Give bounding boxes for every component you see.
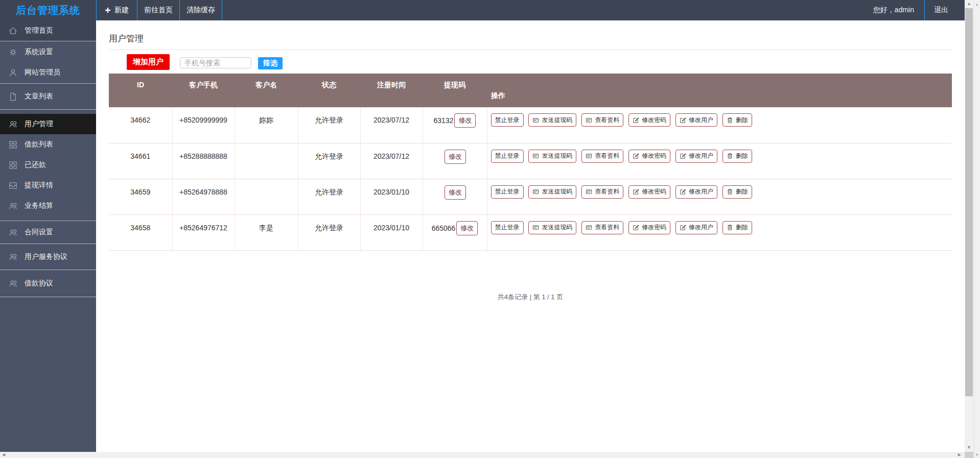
cell-reg-time: 2023/07/12 <box>360 143 423 179</box>
cell-phone: +85264978888 <box>172 179 235 214</box>
cell-withdraw-code: 修改 <box>423 179 487 214</box>
card-icon <box>586 153 592 159</box>
cell-withdraw-code: 修改 <box>423 143 487 179</box>
table-header-row: ID 客户手机 客户名 状态 注册时间 提现码 操作 <box>109 74 952 107</box>
edit-user-button[interactable]: 修改用户 <box>675 113 717 127</box>
edit-user-button[interactable]: 修改用户 <box>675 185 717 199</box>
cell-status: 允许登录 <box>298 107 360 143</box>
nav-item-new[interactable]: 新建 <box>96 0 137 20</box>
change-password-button[interactable]: 修改密码 <box>628 221 670 234</box>
scroll-up-arrow[interactable]: ▲ <box>974 2 980 7</box>
users-icon <box>8 279 18 288</box>
delete-button[interactable]: 删除 <box>722 221 752 234</box>
send-withdraw-code-button[interactable]: 发送提现码 <box>528 150 576 163</box>
table-row: 34662 +85209999999 妳妳 允许登录 2023/07/12 63… <box>109 107 952 143</box>
sidebar-group: 文章列表 <box>0 84 96 110</box>
forbid-login-button[interactable]: 禁止登录 <box>491 150 524 163</box>
view-profile-button[interactable]: 查看资料 <box>581 113 623 127</box>
forbid-login-button[interactable]: 禁止登录 <box>491 185 524 199</box>
header-withdraw-code: 提现码 <box>423 74 487 107</box>
forbid-login-button[interactable]: 禁止登录 <box>491 113 524 127</box>
topnav: 新建 前往首页 清除缓存 <box>96 0 222 20</box>
sidebar-item-label: 借款列表 <box>25 140 53 149</box>
edit-user-button[interactable]: 修改用户 <box>675 150 717 163</box>
edit-user-button[interactable]: 修改用户 <box>675 221 717 234</box>
sidebar-item-label: 用户管理 <box>25 119 53 129</box>
card-icon <box>532 117 539 124</box>
sidebar-item-withdraw-details[interactable]: 提现详情 <box>0 175 96 196</box>
scrollbar-thumb[interactable] <box>965 8 973 396</box>
sidebar-item-admin-home[interactable]: 管理首页 <box>0 20 96 41</box>
card-icon <box>532 224 539 231</box>
horizontal-scrollbar[interactable]: ◀ ▶ <box>0 452 965 458</box>
sidebar-item-repaid[interactable]: 已还款 <box>0 155 96 175</box>
send-withdraw-code-button[interactable]: 发送提现码 <box>528 185 576 199</box>
modify-code-button[interactable]: 修改 <box>454 113 476 128</box>
sidebar-item-site-admins[interactable]: 网站管理员 <box>0 62 96 83</box>
cell-customer-name <box>235 143 298 179</box>
send-withdraw-code-button[interactable]: 发送提现码 <box>528 113 576 127</box>
cell-status: 允许登录 <box>298 214 360 250</box>
delete-button[interactable]: 删除 <box>722 150 752 163</box>
forbid-login-button[interactable]: 禁止登录 <box>491 221 524 234</box>
title-divider <box>109 50 952 50</box>
logout-button[interactable]: 退出 <box>925 0 958 20</box>
withdraw-code-value: 63132 <box>434 116 454 125</box>
card-icon <box>586 224 592 231</box>
change-password-button[interactable]: 修改密码 <box>628 113 670 127</box>
add-user-button[interactable]: 增加用户 <box>127 54 170 70</box>
filter-button[interactable]: 筛选 <box>258 57 283 69</box>
sidebar-item-user-service-agreement[interactable]: 用户服务协议 <box>0 247 96 267</box>
topbar-spacer <box>222 0 873 20</box>
users-icon <box>8 252 18 262</box>
delete-button[interactable]: 删除 <box>722 185 752 199</box>
modify-code-button[interactable]: 修改 <box>445 150 466 164</box>
view-profile-button[interactable]: 查看资料 <box>581 150 623 163</box>
sidebar-item-business-settlement[interactable]: 业务结算 <box>0 196 96 216</box>
view-profile-button[interactable]: 查看资料 <box>581 185 623 199</box>
modify-code-button[interactable]: 修改 <box>456 221 478 235</box>
sidebar: 管理首页 系统设置 网站管理员 文章列表 用户管理 借款列表 已还款 <box>0 20 96 452</box>
modify-code-button[interactable]: 修改 <box>445 185 466 200</box>
change-password-button[interactable]: 修改密码 <box>628 150 670 163</box>
document-icon <box>8 92 18 102</box>
delete-button[interactable]: 删除 <box>722 113 752 127</box>
sidebar-item-article-list[interactable]: 文章列表 <box>0 86 96 107</box>
home-icon <box>8 26 18 36</box>
scroll-left-arrow[interactable]: ◀ <box>2 452 5 458</box>
scroll-right-arrow[interactable]: ▶ <box>958 452 961 458</box>
cell-withdraw-code: 63132修改 <box>423 107 487 143</box>
phone-search-input[interactable] <box>180 57 251 68</box>
cell-customer-name <box>235 179 298 214</box>
trash-icon <box>727 188 733 195</box>
sidebar-item-loan-list[interactable]: 借款列表 <box>0 134 96 155</box>
edit-icon <box>680 224 686 231</box>
header-status: 状态 <box>298 74 360 107</box>
sidebar-group: 管理首页 <box>0 20 96 41</box>
sidebar-item-user-management[interactable]: 用户管理 <box>0 114 96 134</box>
sidebar-group: 用户服务协议 <box>0 244 96 270</box>
header-id: ID <box>109 74 172 107</box>
sidebar-item-system-settings[interactable]: 系统设置 <box>0 42 96 62</box>
nav-item-clear-cache[interactable]: 清除缓存 <box>179 0 222 20</box>
grid-icon <box>8 140 18 150</box>
nav-item-go-home[interactable]: 前往首页 <box>137 0 179 20</box>
sidebar-group: 用户管理 借款列表 已还款 提现详情 业务结算 <box>0 110 96 221</box>
view-profile-button[interactable]: 查看资料 <box>581 221 623 234</box>
cell-customer-name: 妳妳 <box>235 107 298 143</box>
table-row: 34659 +85264978888 允许登录 2023/01/10 修改 禁止… <box>109 179 952 214</box>
sidebar-item-contract-settings[interactable]: 合同设置 <box>0 222 96 243</box>
card-icon <box>586 188 592 195</box>
change-password-button[interactable]: 修改密码 <box>628 185 670 199</box>
app-logo: 后台管理系统 <box>0 0 96 20</box>
sidebar-item-loan-agreement[interactable]: 借款协议 <box>0 273 96 294</box>
inner-vertical-scrollbar[interactable]: ▲ ▼ <box>965 0 973 452</box>
scroll-up-arrow[interactable]: ▲ <box>965 2 973 6</box>
sidebar-item-label: 已还款 <box>25 160 46 170</box>
scroll-down-arrow[interactable]: ▼ <box>965 445 973 450</box>
scroll-down-arrow[interactable]: ▼ <box>974 452 980 457</box>
send-withdraw-code-button[interactable]: 发送提现码 <box>528 221 576 234</box>
trash-icon <box>727 153 733 159</box>
outer-vertical-scrollbar[interactable]: ▲ ▼ <box>973 0 980 458</box>
sidebar-item-label: 合同设置 <box>25 228 53 237</box>
